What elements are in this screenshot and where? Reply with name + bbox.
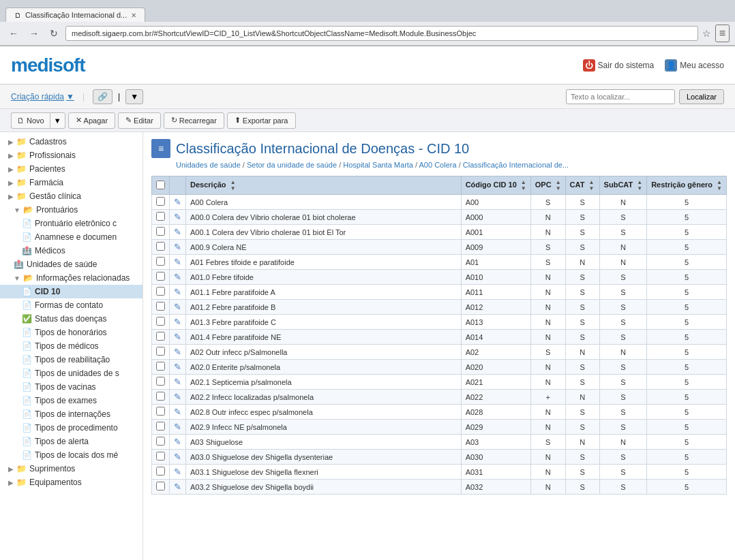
address-bar[interactable]: [65, 26, 698, 41]
user-access-button[interactable]: 👤 Meu acesso: [665, 59, 724, 72]
row-edit-icon[interactable]: ✎: [174, 197, 181, 207]
row-edit-icon[interactable]: ✎: [174, 467, 181, 477]
breadcrumb-item-4[interactable]: Classificação Internacional de...: [463, 161, 569, 169]
sidebar-item-tiposdealerta[interactable]: 📄 Tipos de alerta: [0, 435, 142, 448]
col-header-descricao[interactable]: Descrição ▲▼: [186, 176, 462, 195]
row-edit-icon[interactable]: ✎: [174, 302, 181, 312]
row-checkbox[interactable]: [156, 437, 165, 446]
quick-create-button[interactable]: Criação rápida ▼: [11, 92, 74, 102]
row-edit-icon[interactable]: ✎: [174, 272, 181, 282]
select-all-checkbox[interactable]: [156, 181, 165, 189]
col-header-codigo[interactable]: Código CID 10 ▲▼: [461, 176, 530, 195]
row-edit-icon[interactable]: ✎: [174, 392, 181, 402]
edit-button[interactable]: ✎ Editar: [118, 112, 161, 129]
sidebar-item-profissionais[interactable]: ▶ 📁 Profissionais: [0, 149, 142, 162]
sidebar-item-pacientes[interactable]: ▶ 📁 Pacientes: [0, 162, 142, 176]
forward-button[interactable]: →: [26, 27, 42, 40]
row-checkbox[interactable]: [156, 467, 165, 476]
row-checkbox[interactable]: [156, 362, 165, 371]
row-edit-icon[interactable]: ✎: [174, 242, 181, 252]
breadcrumb-item-1[interactable]: Setor da unidade de saúde: [247, 161, 337, 169]
row-checkbox[interactable]: [156, 287, 165, 296]
row-checkbox[interactable]: [156, 422, 165, 431]
sidebar-item-tiposdeinternações[interactable]: 📄 Tipos de internações: [0, 407, 142, 421]
breadcrumb-item-3[interactable]: A00 Colera: [419, 161, 457, 169]
search-input[interactable]: [566, 89, 675, 104]
row-edit-icon[interactable]: ✎: [174, 212, 181, 222]
dropdown-icon-button[interactable]: ▼: [125, 89, 143, 104]
link-icon-button[interactable]: 🔗: [93, 89, 112, 104]
row-edit-icon[interactable]: ✎: [174, 437, 181, 447]
row-checkbox[interactable]: [156, 332, 165, 341]
sidebar-item-equipamentos[interactable]: ▶ 📁 Equipamentos: [0, 476, 142, 489]
sidebar-item-cadastros[interactable]: ▶ 📁 Cadastros: [0, 135, 142, 149]
sidebar-item-tiposdelocaisdosmé[interactable]: 📄 Tipos de locais dos mé: [0, 448, 142, 462]
sidebar-item-suprimentos[interactable]: ▶ 📁 Suprimentos: [0, 462, 142, 476]
browser-tab[interactable]: 🗋 Classificação Internacional d... ✕: [5, 7, 145, 22]
sidebar-item-tiposdereabilitação[interactable]: 📄 Tipos de reabilitação: [0, 353, 142, 367]
row-checkbox[interactable]: [156, 482, 165, 491]
sidebar-item-anamneseedocumen[interactable]: 📄 Anamnese e documen: [0, 230, 142, 244]
row-edit-icon[interactable]: ✎: [174, 407, 181, 417]
row-edit-icon[interactable]: ✎: [174, 317, 181, 327]
row-edit-icon[interactable]: ✎: [174, 257, 181, 267]
sidebar-item-prontuárioeletrônico[interactable]: 📄 Prontuário eletrônico c: [0, 217, 142, 230]
col-header-cat[interactable]: CAT ▲▼: [565, 176, 599, 195]
delete-button[interactable]: ✕ Apagar: [68, 112, 115, 129]
back-button[interactable]: ←: [5, 27, 22, 40]
row-checkbox[interactable]: [156, 212, 165, 221]
row-edit-icon[interactable]: ✎: [174, 377, 181, 387]
new-dropdown-button[interactable]: ▼: [50, 112, 65, 129]
tab-close-icon[interactable]: ✕: [131, 12, 136, 19]
sidebar-item-tiposdeunidadesdes[interactable]: 📄 Tipos de unidades de s: [0, 367, 142, 380]
row-checkbox[interactable]: [156, 302, 165, 311]
sidebar-item-tiposdehonorários[interactable]: 📄 Tipos de honorários: [0, 326, 142, 339]
sidebar-item-cid10[interactable]: 📄 CID 10: [0, 285, 142, 298]
row-edit-icon[interactable]: ✎: [174, 422, 181, 432]
row-checkbox[interactable]: [156, 347, 165, 356]
sidebar-item-médicos[interactable]: 🏥 Médicos: [0, 244, 142, 258]
sidebar-item-tiposdeprocedimento[interactable]: 📄 Tipos de procedimento: [0, 421, 142, 435]
sidebar-item-gestãoclínica[interactable]: ▶ 📁 Gestão clínica: [0, 189, 142, 203]
row-checkbox[interactable]: [156, 242, 165, 251]
sidebar-item-tiposdevacinas[interactable]: 📄 Tipos de vacinas: [0, 380, 142, 394]
row-checkbox[interactable]: [156, 377, 165, 386]
row-edit-icon[interactable]: ✎: [174, 347, 181, 357]
breadcrumb-item-0[interactable]: Unidades de saúde: [176, 161, 241, 169]
row-edit-icon[interactable]: ✎: [174, 362, 181, 372]
export-button[interactable]: ⬆ Exportar para: [227, 112, 296, 129]
refresh-button[interactable]: ↻: [46, 27, 61, 40]
row-edit-icon[interactable]: ✎: [174, 482, 181, 492]
sidebar-item-unidadesdesaúde[interactable]: 🏥 Unidades de saúde: [0, 258, 142, 271]
row-subcat: S: [599, 300, 647, 315]
row-edit-icon[interactable]: ✎: [174, 287, 181, 297]
row-checkbox[interactable]: [156, 452, 165, 461]
sidebar-item-prontuários[interactable]: ▼ 📂 Prontuários: [0, 203, 142, 217]
sidebar-item-formasdecontato[interactable]: 📄 Formas de contato: [0, 298, 142, 312]
row-edit-icon[interactable]: ✎: [174, 227, 181, 237]
search-button[interactable]: Localizar: [679, 89, 724, 104]
row-checkbox[interactable]: [156, 407, 165, 416]
reload-button[interactable]: ↻ Recarregar: [164, 112, 224, 129]
sidebar-item-farmácia[interactable]: ▶ 📁 Farmácia: [0, 176, 142, 189]
col-header-opc[interactable]: OPC ▲▼: [530, 176, 565, 195]
breadcrumb-item-2[interactable]: Hospital Santa Marta: [343, 161, 413, 169]
row-checkbox[interactable]: [156, 227, 165, 236]
row-checkbox[interactable]: [156, 392, 165, 401]
sidebar-item-tiposdemédicos[interactable]: 📄 Tipos de médicos: [0, 339, 142, 353]
row-checkbox[interactable]: [156, 272, 165, 281]
exit-button[interactable]: ⏻ Sair do sistema: [583, 59, 655, 72]
new-main-button[interactable]: 🗋 Novo: [11, 112, 50, 129]
sidebar-item-tiposdeexames[interactable]: 📄 Tipos de exames: [0, 394, 142, 407]
col-header-restricao[interactable]: Restrição gênero ▲▼: [647, 176, 727, 195]
col-header-subcat[interactable]: SubCAT ▲▼: [599, 176, 647, 195]
row-checkbox[interactable]: [156, 317, 165, 326]
sidebar-item-informaçõesrelaciona[interactable]: ▼ 📂 Informações relacionadas: [0, 271, 142, 285]
row-checkbox[interactable]: [156, 257, 165, 266]
row-edit-icon[interactable]: ✎: [174, 332, 181, 342]
row-checkbox[interactable]: [156, 197, 165, 206]
sidebar-item-statusdasdoenças[interactable]: ✅ Status das doenças: [0, 312, 142, 326]
row-codigo: A01: [461, 255, 530, 270]
row-edit-icon[interactable]: ✎: [174, 452, 181, 462]
menu-button[interactable]: ≡: [715, 25, 730, 42]
